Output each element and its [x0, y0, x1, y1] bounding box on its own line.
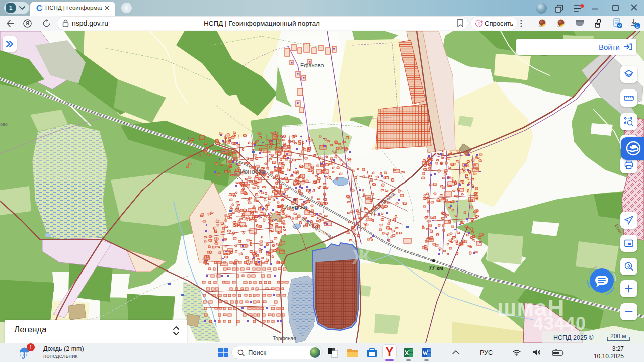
svg-text:43440: 43440: [533, 313, 586, 334]
svg-text:Ефаново: Ефаново: [300, 62, 324, 68]
svg-text:ово: ово: [0, 122, 8, 127]
svg-text:Ж: Ж: [352, 246, 371, 268]
svg-text:77 км: 77 км: [429, 265, 443, 271]
svg-text:200 м: 200 м: [610, 333, 626, 340]
svg-text:Износки: Износки: [284, 204, 307, 211]
svg-text:НСПД 2025 ©: НСПД 2025 ©: [553, 334, 594, 341]
svg-text:Я: Я: [26, 21, 29, 26]
svg-text:5: 5: [636, 24, 638, 29]
svg-text:Износки: Износки: [240, 168, 265, 175]
svg-text:Торфяная: Торфяная: [273, 336, 296, 341]
svg-text:?: ?: [478, 21, 480, 26]
